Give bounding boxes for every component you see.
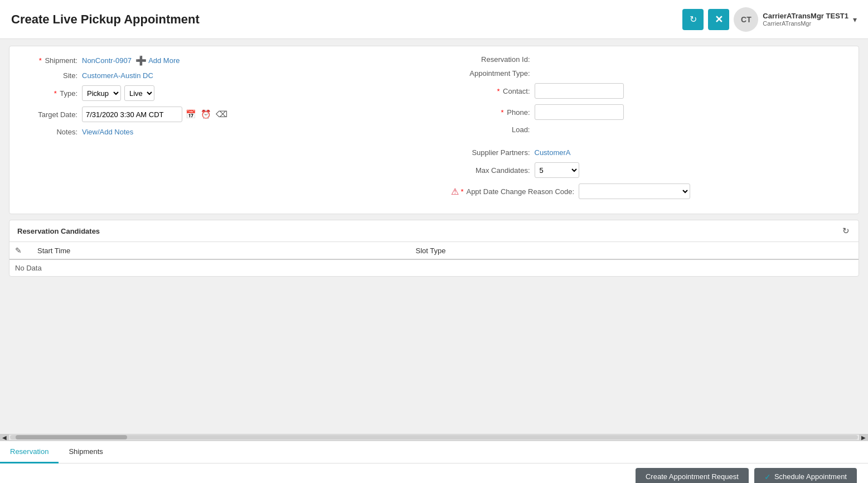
- target-date-row: Target Date: 📅 ⏰ ⌫: [21, 107, 418, 122]
- candidates-refresh-button[interactable]: ↻: [841, 225, 851, 237]
- type-row: * Type: Pickup Live: [21, 85, 418, 101]
- load-row: Load:: [451, 125, 848, 134]
- scroll-left-arrow[interactable]: ◀: [0, 434, 9, 441]
- site-label: Site:: [21, 71, 82, 80]
- user-dropdown-arrow[interactable]: ▾: [853, 15, 857, 24]
- calendar-icon-button[interactable]: 📅: [185, 108, 197, 120]
- clock-icon-button[interactable]: ⏰: [200, 108, 212, 120]
- scrollbar-thumb[interactable]: [16, 435, 127, 439]
- candidates-title: Reservation Candidates: [17, 227, 100, 235]
- phone-label: * Phone:: [451, 108, 535, 117]
- contact-row: * Contact:: [451, 83, 848, 99]
- max-candidates-select[interactable]: 5 1 2 3 4 10: [535, 162, 579, 178]
- horizontal-scrollbar[interactable]: ◀ ▶: [0, 434, 868, 441]
- schedule-check-icon: ✓: [764, 472, 771, 481]
- appt-date-change-row: ⚠ * Appt Date Change Reason Code:: [451, 183, 848, 199]
- schedule-appointment-button[interactable]: ✓ Schedule Appointment: [754, 468, 857, 484]
- max-candidates-label: Max Candidates:: [451, 166, 535, 175]
- tab-reservation[interactable]: Reservation: [0, 441, 59, 463]
- type-label: * Type:: [21, 89, 82, 98]
- add-more-button[interactable]: ➕ Add More: [135, 55, 180, 66]
- bottom-tabs: Reservation Shipments: [0, 441, 868, 463]
- edit-icon: ✎: [15, 246, 22, 255]
- target-date-group: 📅 ⏰ ⌫: [82, 107, 229, 122]
- site-row: Site: CustomerA-Austin DC: [21, 71, 418, 80]
- page-title: Create Live Pickup Appointment: [11, 12, 200, 27]
- no-data-row: No Data: [9, 259, 859, 276]
- form-card: * Shipment: NonContr-0907 ➕ Add More Sit…: [9, 46, 859, 214]
- user-info: CarrierATransMgr TEST1 CarrierATransMgr: [763, 12, 848, 27]
- close-icon: ✕: [715, 13, 723, 26]
- create-appointment-request-button[interactable]: Create Appointment Request: [636, 468, 749, 483]
- supplier-partners-value[interactable]: CustomerA: [535, 148, 571, 157]
- header-actions: ↻ ✕ CT CarrierATransMgr TEST1 CarrierATr…: [682, 7, 857, 32]
- candidates-table: ✎ Start Time Slot Type No Data: [9, 242, 859, 276]
- user-role: CarrierATransMgr: [763, 20, 848, 27]
- refresh-button[interactable]: ↻: [682, 9, 704, 30]
- contact-label: * Contact:: [451, 87, 535, 95]
- candidates-table-header-row: ✎ Start Time Slot Type: [9, 242, 859, 259]
- site-value[interactable]: CustomerA-Austin DC: [82, 71, 153, 80]
- avatar: CT: [734, 7, 758, 32]
- left-column: * Shipment: NonContr-0907 ➕ Add More Sit…: [21, 55, 429, 205]
- close-button[interactable]: ✕: [708, 9, 729, 30]
- type-required: *: [54, 89, 57, 98]
- shipment-row: * Shipment: NonContr-0907 ➕ Add More: [21, 55, 418, 66]
- right-column: Reservation Id: Appointment Type: * Cont…: [429, 55, 848, 205]
- page-header: Create Live Pickup Appointment ↻ ✕ CT Ca…: [0, 0, 868, 39]
- shipment-label: * Shipment:: [21, 56, 82, 65]
- plus-icon: ➕: [135, 55, 147, 66]
- user-name: CarrierATransMgr TEST1: [763, 12, 848, 20]
- shipment-value[interactable]: NonContr-0907: [82, 56, 132, 65]
- type-selects: Pickup Live: [82, 85, 154, 101]
- refresh-icon: ↻: [690, 14, 697, 25]
- view-add-notes-link[interactable]: View/Add Notes: [82, 128, 133, 136]
- supplier-partners-row: Supplier Partners: CustomerA: [451, 148, 848, 157]
- start-time-header: Start Time: [32, 242, 410, 259]
- notes-label: Notes:: [21, 128, 82, 136]
- slot-type-header: Slot Type: [410, 242, 763, 259]
- max-candidates-row: Max Candidates: 5 1 2 3 4 10: [451, 162, 848, 178]
- reservation-id-label: Reservation Id:: [451, 55, 535, 64]
- type-pickup-select[interactable]: Pickup: [82, 85, 121, 101]
- reservation-id-row: Reservation Id:: [451, 55, 848, 64]
- shipment-required: *: [39, 56, 42, 65]
- tab-shipments[interactable]: Shipments: [59, 441, 113, 463]
- appt-date-change-label: * Appt Date Change Reason Code:: [461, 187, 579, 196]
- notes-row: Notes: View/Add Notes: [21, 128, 418, 136]
- phone-row: * Phone:: [451, 104, 848, 120]
- no-data-cell: No Data: [9, 259, 859, 276]
- phone-input[interactable]: [535, 104, 624, 120]
- main-content: * Shipment: NonContr-0907 ➕ Add More Sit…: [0, 39, 868, 434]
- appointment-type-label: Appointment Type:: [451, 69, 535, 78]
- footer-bar: Create Appointment Request ✓ Schedule Ap…: [0, 463, 868, 483]
- two-col-form: * Shipment: NonContr-0907 ➕ Add More Sit…: [21, 55, 847, 205]
- contact-input[interactable]: [535, 83, 624, 99]
- candidates-header: Reservation Candidates ↻: [9, 220, 859, 242]
- info-icon: ⚠: [451, 186, 459, 197]
- extra-col-header: [763, 242, 859, 259]
- scrollbar-track: [10, 435, 858, 439]
- target-date-input[interactable]: [82, 107, 182, 122]
- candidates-table-head: ✎ Start Time Slot Type: [9, 242, 859, 259]
- target-date-label: Target Date:: [21, 110, 82, 119]
- supplier-partners-label: Supplier Partners:: [451, 148, 535, 157]
- appt-date-change-select[interactable]: [579, 183, 690, 199]
- appointment-type-row: Appointment Type:: [451, 69, 848, 78]
- scroll-right-arrow[interactable]: ▶: [859, 434, 868, 441]
- load-label: Load:: [451, 125, 535, 134]
- candidates-section: Reservation Candidates ↻ ✎ Start Time Sl…: [9, 220, 859, 277]
- reset-icon-button[interactable]: ⌫: [215, 108, 229, 120]
- type-live-select[interactable]: Live: [124, 85, 154, 101]
- candidates-table-body: No Data: [9, 259, 859, 276]
- edit-icon-header: ✎: [9, 242, 32, 259]
